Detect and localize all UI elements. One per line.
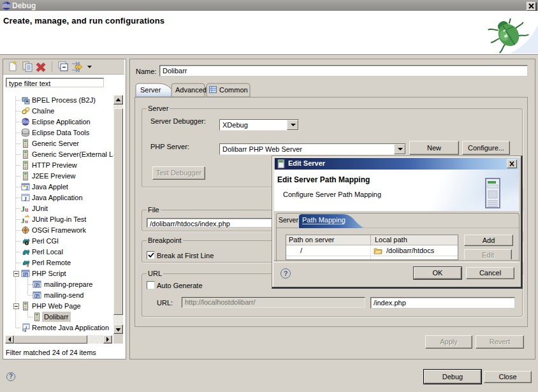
svg-text:J: J [25, 325, 27, 330]
svg-text:u: u [25, 206, 29, 213]
svg-text:P: P [36, 294, 39, 298]
svg-text:u: u [25, 218, 28, 224]
svg-text:Advanced: Advanced [175, 86, 207, 94]
svg-text:Path Mapping: Path Mapping [302, 216, 345, 224]
svg-text:Common: Common [219, 86, 248, 94]
svg-text:J: J [24, 196, 27, 202]
svg-text:Server: Server [140, 86, 161, 94]
svg-text:J: J [25, 185, 28, 191]
svg-text:P: P [24, 272, 27, 277]
svg-text:P: P [36, 283, 39, 287]
